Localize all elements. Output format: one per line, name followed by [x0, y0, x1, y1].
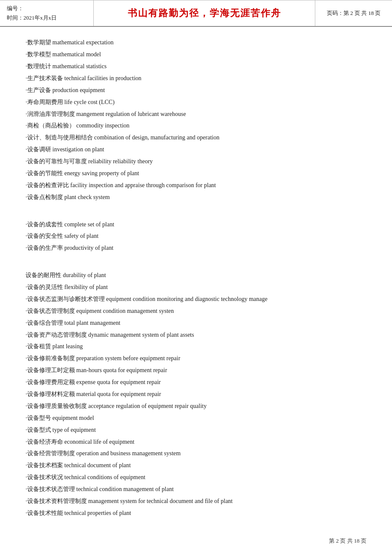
list-item: ·设备技术资料管理制度 management system for techni…	[26, 496, 366, 507]
list-item: ·设备调研 investigation on plant	[26, 144, 366, 155]
page-footer: 第 2 页 共 18 页	[329, 537, 366, 545]
list-item: ·数理统计 mathematical statistics	[26, 61, 366, 72]
header-date: 时间：2021年x月x日	[7, 13, 86, 23]
list-item: ·设备综合管理 total plant management	[26, 318, 366, 329]
list-item: ·设备的成套性 complete set of plant	[26, 219, 366, 230]
list-item: ·设备的生产率 productivity of plant	[26, 243, 366, 254]
list-item: ·设备经营管理制度 operation and business managem…	[26, 448, 366, 459]
list-item: ·设备的灵活性 flexibility of plant	[26, 282, 366, 293]
header-center: 书山有路勤为径，学海无涯苦作舟	[94, 0, 315, 26]
list-item: ·设备经济寿命 economical life of equipment	[26, 436, 366, 448]
list-item: ·设备修理材料定额 material quota for equipment r…	[26, 389, 366, 400]
header-left: 编号： 时间：2021年x月x日	[0, 0, 94, 26]
list-item: ·润滑油库管理制度 mangement regulation of lubric…	[26, 109, 366, 120]
list-item: ·设备点检制度 plant check system	[26, 192, 366, 203]
list-item: ·数学模型 mathematical model	[26, 49, 366, 60]
list-item: ·设备型号 equipment model	[26, 413, 366, 424]
list-item: ·设备修前准备制度 preparation system before equi…	[26, 353, 366, 364]
list-item: ·设备修理质量验收制度 acceptance regulation of equ…	[26, 401, 366, 412]
list-item: ·寿命周期费用 life cycle cost (LCC)	[26, 97, 366, 108]
list-item: ·设计、制造与使用相结合 combination of design, manu…	[26, 132, 366, 143]
list-item: ·生产技术装备 technical facilities in producti…	[26, 73, 366, 84]
list-item: ·设备技术状况 technical conditions of equipmen…	[26, 472, 366, 483]
header-number: 编号：	[7, 4, 86, 13]
list-item: ·设备技术性能 technical properties of plant	[26, 508, 366, 519]
list-item: ·生产设备 production equipment	[26, 85, 366, 96]
list-item	[26, 207, 366, 218]
list-item: ·设备的可靠性与可靠度 reliability reliability theo…	[26, 156, 366, 167]
list-item: ·设备的安全性 safety of plant	[26, 231, 366, 242]
content-area: ·数学期望 mathematical expectation·数学模型 math…	[0, 27, 392, 537]
list-item: ·设备修理工时定额 man-hours quota for equipment …	[26, 365, 366, 376]
list-item: ·设备资产动态管理制度 dynamic management system of…	[26, 330, 366, 341]
header-page: 页码：第 2 页 共 18 页	[327, 9, 381, 17]
list-item: ·设备状态监测与诊断技术管理 equipment condition monit…	[26, 294, 366, 305]
page-wrapper: 编号： 时间：2021年x月x日 书山有路勤为径，学海无涯苦作舟 页码：第 2 …	[0, 0, 392, 555]
list-item: ·设备状态管理制度 equipment condition management…	[26, 306, 366, 317]
list-item: ·设备的节能性 energy saving property of plant	[26, 168, 366, 179]
list-item: ·商检（商品检验） commodity inspection	[26, 120, 366, 131]
list-item	[26, 258, 366, 269]
list-item: ·设备型式 type of equipment	[26, 425, 366, 436]
list-item: ·设备技术档案 technical document of plant	[26, 460, 366, 471]
term-list: ·数学期望 mathematical expectation·数学模型 math…	[26, 37, 366, 519]
list-item: 设备的耐用性 durability of plant	[26, 270, 366, 281]
list-item: ·设备租赁 plant leasing	[26, 341, 366, 352]
header-motto: 书山有路勤为径，学海无涯苦作舟	[128, 7, 281, 20]
footer-page-info: 第 2 页 共 18 页	[329, 538, 366, 544]
header-right: 页码：第 2 页 共 18 页	[315, 0, 392, 26]
list-item: ·设备技术状态管理 technical condition management…	[26, 484, 366, 495]
page-header: 编号： 时间：2021年x月x日 书山有路勤为径，学海无涯苦作舟 页码：第 2 …	[0, 0, 392, 27]
list-item: ·设备的检查评比 facility inspection and apprais…	[26, 180, 366, 191]
list-item: ·设备修理费用定额 expense quota for equipment re…	[26, 377, 366, 388]
list-item: ·数学期望 mathematical expectation	[26, 37, 366, 48]
